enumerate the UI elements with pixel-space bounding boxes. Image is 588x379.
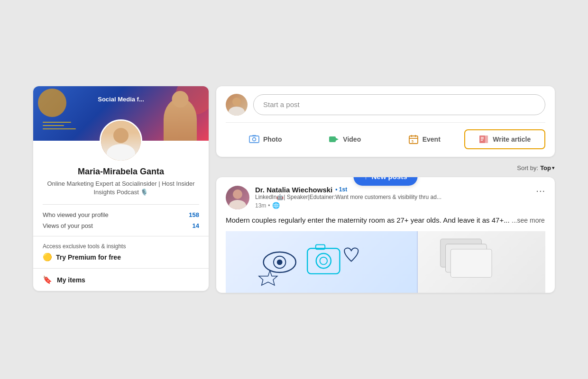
profile-title: Online Marketing Expert at Socialinsider… (43, 180, 199, 197)
bookmark-icon: 🔖 (43, 275, 52, 284)
svg-marker-22 (259, 271, 277, 285)
stat-label-views: Who viewed your profile (43, 211, 109, 218)
page-wrapper: Social Media f... Maria-Mirabe (0, 0, 588, 379)
composer-placeholder: Start a post (263, 100, 300, 108)
new-posts-button[interactable]: ↑ New posts (353, 177, 417, 186)
video-icon (329, 134, 339, 144)
author-name[interactable]: Dr. Natalia Wiechowski (255, 186, 332, 194)
post-image-content (226, 231, 545, 293)
content-area: Social Media f... Maria-Mirabe (33, 86, 555, 293)
sort-bar: Sort by: Top ▾ (216, 162, 555, 171)
more-options-button[interactable]: ··· (536, 186, 545, 195)
post-composer: Start a post Photo (216, 86, 555, 157)
svg-rect-11 (485, 135, 488, 143)
profile-avatar-wrapper (33, 119, 209, 167)
event-action[interactable]: 5 Event (385, 130, 464, 148)
svg-rect-0 (249, 136, 259, 143)
write-article-label: Write article (493, 135, 531, 143)
svg-rect-10 (479, 135, 485, 143)
premium-section: Access exclusive tools & insights 🟡 Try … (33, 236, 209, 268)
photo-icon (249, 134, 259, 144)
composer-avatar (226, 94, 248, 116)
post-meta: 13m • 🌐 (255, 202, 441, 209)
composer-top: Start a post (226, 94, 545, 116)
sort-value[interactable]: Top (540, 164, 551, 171)
svg-marker-4 (336, 138, 339, 141)
my-items-section[interactable]: 🔖 My items (33, 268, 209, 291)
photo-label: Photo (263, 135, 282, 143)
svg-rect-3 (329, 136, 336, 142)
write-article-button[interactable]: Write article (464, 129, 546, 149)
author-name-row: Dr. Natalia Wiechowski • 1st (255, 186, 441, 194)
post-author-details: Dr. Natalia Wiechowski • 1st LinkedIn🤖| … (255, 186, 441, 209)
stat-row-views[interactable]: Who viewed your profile 158 (43, 211, 199, 218)
my-items-label: My items (57, 276, 85, 284)
article-icon (478, 134, 489, 144)
post-time: 13m (255, 202, 266, 209)
svg-text:5: 5 (412, 140, 413, 143)
svg-rect-18 (307, 248, 340, 274)
post-image-right (418, 231, 545, 293)
profile-stats: Who viewed your profile 158 Views of you… (33, 205, 209, 236)
avatar-person-img (101, 121, 141, 161)
post-author-info: Dr. Natalia Wiechowski • 1st LinkedIn🤖| … (226, 186, 441, 209)
premium-cta[interactable]: 🟡 Try Premium for free (43, 253, 199, 262)
svg-rect-2 (252, 135, 256, 136)
profile-name[interactable]: Maria-Mirabela Ganta (43, 167, 199, 177)
svg-point-1 (252, 137, 256, 141)
composer-input[interactable]: Start a post (253, 94, 545, 115)
stat-value-views: 158 (189, 211, 199, 218)
event-label: Event (423, 135, 441, 143)
stat-row-post-views[interactable]: Views of your post 14 (43, 222, 199, 229)
left-panel: Social Media f... Maria-Mirabe (33, 86, 209, 291)
premium-gem-icon: 🟡 (43, 253, 52, 262)
premium-link[interactable]: Try Premium for free (56, 253, 121, 261)
svg-rect-5 (409, 136, 418, 144)
banner-decoration-1 (38, 89, 66, 117)
premium-label: Access exclusive tools & insights (43, 243, 199, 250)
event-icon: 5 (408, 134, 419, 144)
profile-info: Maria-Mirabela Ganta Online Marketing Ex… (33, 167, 209, 204)
sort-chevron-icon[interactable]: ▾ (552, 165, 555, 171)
post-doodle-right-svg (418, 231, 545, 293)
post-text-content: Modern couples regularly enter the mater… (226, 216, 510, 224)
author-description: LinkedIn🤖| Speaker|Edutainer:Want more c… (255, 194, 441, 201)
profile-avatar[interactable] (100, 119, 142, 162)
svg-point-20 (320, 257, 328, 265)
globe-icon: 🌐 (272, 202, 280, 209)
video-label: Video (343, 135, 361, 143)
see-more-link[interactable]: ...see more (512, 217, 545, 224)
post-avatar[interactable] (226, 186, 249, 209)
sort-label: Sort by: (517, 164, 538, 171)
post-doodle-svg (235, 235, 407, 290)
svg-point-19 (316, 253, 331, 268)
composer-actions: Photo Video (226, 122, 545, 149)
post-separator: • (268, 202, 270, 209)
new-posts-label: New posts (371, 177, 407, 181)
photo-action[interactable]: Photo (226, 130, 305, 148)
new-posts-arrow-icon: ↑ (364, 177, 368, 181)
stat-value-post-views: 14 (193, 222, 199, 229)
post-header: Dr. Natalia Wiechowski • 1st LinkedIn🤖| … (226, 186, 545, 209)
stat-label-post-views: Views of your post (43, 222, 93, 229)
connection-badge: • 1st (335, 186, 347, 193)
post-text: Modern couples regularly enter the mater… (226, 215, 545, 226)
post-image-left (226, 231, 418, 293)
svg-rect-25 (451, 249, 492, 278)
post-card: ↑ New posts Dr. Natalia Wiechowski • 1st… (216, 177, 555, 293)
video-action[interactable]: Video (305, 130, 385, 148)
banner-text: Social Media f... (98, 96, 144, 103)
right-panel: Start a post Photo (216, 86, 555, 293)
svg-point-17 (277, 259, 283, 265)
post-image-area (226, 231, 545, 293)
